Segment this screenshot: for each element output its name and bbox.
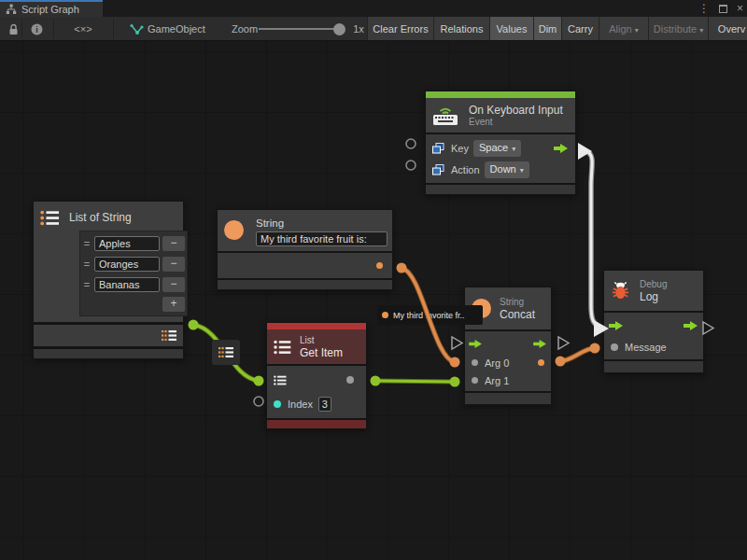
relations-button[interactable]: Relations	[433, 17, 489, 41]
node-title: Get Item	[300, 346, 343, 359]
control-wire-arrowhead	[578, 143, 592, 160]
flow-input-port[interactable]	[609, 320, 624, 331]
node-string-literal[interactable]: String My third favorite fruit is:	[217, 209, 393, 290]
chevron-down-icon: ▾	[635, 26, 639, 35]
remove-item-button[interactable]: −	[162, 236, 185, 251]
list-item-field[interactable]: Bananas	[94, 277, 160, 292]
code-view-icon[interactable]: <×>	[56, 17, 110, 41]
key-dropdown[interactable]: Space▾	[473, 140, 521, 157]
drag-handle-icon[interactable]: =	[82, 279, 92, 290]
list-item-field[interactable]: Apples	[94, 236, 160, 251]
dim-toggle-button[interactable]: Dim	[533, 17, 561, 41]
string-output-port[interactable]	[376, 262, 383, 269]
action-type-icon	[432, 164, 444, 175]
lock-icon[interactable]	[4, 17, 22, 41]
result-output-port[interactable]	[346, 376, 354, 384]
tab-script-graph[interactable]: Script Graph	[0, 0, 103, 17]
maximize-icon[interactable]	[719, 5, 727, 13]
bug-icon	[611, 281, 630, 301]
unity-script-graph-window: Script Graph ⋮ × i <×> GameObject Zoom 1…	[0, 0, 747, 560]
string-value-field[interactable]: My third favorite fruit is:	[256, 231, 388, 246]
tab-strip: Script Graph ⋮ ×	[0, 0, 747, 17]
add-remove-spacer[interactable]: −	[162, 277, 185, 292]
keycode-type-icon	[432, 143, 444, 154]
index-label: Index	[288, 399, 313, 410]
keyboard-icon	[432, 105, 458, 126]
zoom-label: Zoom	[229, 17, 261, 41]
tab-label: Script Graph	[21, 4, 79, 15]
index-input-port[interactable]	[274, 400, 281, 408]
zoom-value: 1x	[349, 17, 368, 41]
node-title: String	[256, 217, 388, 230]
wire-value-tooltip: My third favorite fr..	[377, 305, 483, 325]
node-footer	[218, 280, 392, 289]
node-get-item[interactable]: List Get Item Index 3	[266, 322, 367, 429]
error-accent-strip	[267, 323, 366, 329]
graph-owner-label[interactable]: GameObject	[148, 17, 213, 41]
distribute-dropdown-button[interactable]: Distribute▾	[648, 17, 708, 41]
drag-handle-icon[interactable]: =	[82, 259, 92, 270]
event-accent-strip	[426, 91, 575, 98]
zoom-slider-track[interactable]	[259, 28, 339, 30]
unconnected-flow-triangle	[558, 337, 569, 349]
chevron-down-icon: ▾	[699, 26, 703, 35]
node-footer	[604, 361, 703, 372]
key-port-label: Key	[451, 143, 469, 154]
node-category: String	[500, 297, 535, 308]
clear-errors-button[interactable]: Clear Errors	[367, 17, 433, 41]
window-menu-icon[interactable]: ⋮	[698, 0, 710, 17]
remove-item-button[interactable]: −	[162, 257, 185, 272]
string-value-icon	[382, 312, 388, 318]
node-title: Concat	[500, 308, 535, 321]
node-title: On Keyboard Input	[469, 104, 563, 117]
list-item-row: = Apples −	[82, 233, 185, 254]
drag-handle-icon[interactable]: =	[82, 238, 92, 249]
arg0-input-port[interactable]	[472, 359, 478, 366]
list-input-port[interactable]	[274, 375, 287, 385]
unconnected-port-circle	[406, 139, 416, 148]
align-dropdown-button[interactable]: Align▾	[599, 17, 648, 41]
action-dropdown[interactable]: Down▾	[485, 161, 529, 178]
message-label: Message	[625, 342, 667, 353]
flow-output-port[interactable]	[684, 320, 698, 331]
zoom-slider-knob[interactable]	[333, 23, 345, 35]
info-icon[interactable]: i	[24, 17, 49, 41]
carry-button[interactable]: Carry	[561, 17, 599, 41]
action-port-label: Action	[451, 164, 480, 175]
node-list-of-string[interactable]: List of String = Apples − = Oranges − =	[33, 201, 184, 359]
result-output-port[interactable]	[538, 359, 544, 366]
node-footer	[267, 420, 366, 428]
unconnected-port-circle	[406, 161, 416, 170]
values-toggle-button[interactable]: Values	[489, 17, 533, 41]
unconnected-port-circle	[254, 397, 263, 406]
graph-canvas[interactable]: On Keyboard Input Event Key Space▾	[0, 41, 747, 560]
overview-button[interactable]: Overv	[708, 17, 747, 41]
list-output-port[interactable]	[162, 329, 176, 342]
node-debug-log[interactable]: Debug Log Message	[603, 270, 704, 373]
wire-value-text: My third favorite fr..	[393, 311, 465, 320]
close-icon[interactable]: ×	[737, 0, 743, 17]
string-wire	[556, 343, 600, 367]
index-value-field[interactable]: 3	[318, 397, 331, 412]
list-item-field[interactable]: Oranges	[94, 257, 160, 272]
info-glyph: i	[35, 24, 38, 34]
node-footer	[34, 349, 183, 358]
chevron-down-icon: ▾	[512, 145, 515, 153]
node-subtitle: Event	[469, 117, 563, 128]
message-input-port[interactable]	[611, 343, 618, 351]
wire-value-badge	[212, 340, 240, 365]
node-title: List of String	[69, 211, 132, 224]
value-wire	[371, 376, 460, 387]
flow-output-port[interactable]	[533, 339, 547, 349]
unconnected-flow-triangle	[452, 337, 462, 349]
node-on-keyboard-input[interactable]: On Keyboard Input Event Key Space▾	[425, 91, 576, 195]
trigger-output-port[interactable]	[554, 143, 569, 154]
chevron-down-icon: ▾	[520, 166, 524, 175]
string-type-icon	[224, 220, 244, 240]
flow-input-port[interactable]	[469, 339, 483, 349]
add-item-button[interactable]: +	[162, 297, 185, 312]
list-icon	[274, 340, 291, 355]
arg1-input-port[interactable]	[472, 377, 478, 384]
list-editor: = Apples − = Oranges − = Bananas − +	[79, 231, 188, 316]
gameobject-icon	[129, 17, 144, 41]
